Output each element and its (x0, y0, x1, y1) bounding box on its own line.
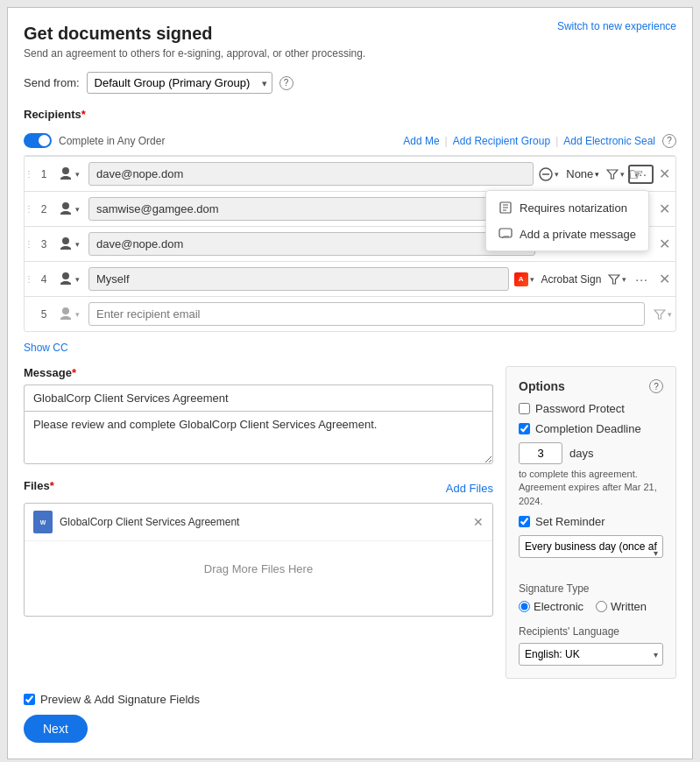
email-input-2[interactable] (88, 197, 535, 221)
role-select-btn-5[interactable]: ▾ (54, 305, 83, 324)
footer-row: Preview & Add Signature Fields (24, 693, 676, 706)
files-section-label: Files* (24, 479, 54, 492)
language-wrapper: English: UK English: US French German Sp… (519, 643, 663, 666)
electronic-radio-label[interactable]: Electronic (519, 600, 583, 613)
files-area: W GlobalCorp Client Services Agreement ✕… (24, 503, 493, 617)
role-select-btn-3[interactable]: ▾ (54, 235, 83, 254)
days-input[interactable] (519, 442, 562, 464)
add-files-link[interactable]: Add Files (446, 482, 493, 495)
send-from-select[interactable]: Default Group (Primary Group) (87, 72, 272, 94)
acrobat-icon-4: A (514, 272, 528, 286)
add-me-link[interactable]: Add Me (403, 135, 439, 147)
acrobat-sign-dropdown-4[interactable]: Acrobat Sign (538, 272, 605, 287)
close-btn-4[interactable]: ✕ (654, 269, 675, 289)
drag-more-files-area[interactable]: Drag More Files Here (25, 541, 492, 596)
electronic-radio[interactable] (519, 601, 530, 612)
written-radio-label[interactable]: Written (596, 600, 647, 613)
filter-btn-4[interactable]: ▾ (605, 272, 630, 287)
sign-role-icon-2 (58, 201, 74, 217)
recipients-left: Recipients* (24, 108, 86, 126)
email-input-4[interactable] (88, 267, 509, 291)
switch-link[interactable]: Switch to new experience (557, 20, 676, 32)
preview-checkbox-row: Preview & Add Signature Fields (24, 693, 200, 706)
row-number-3: 3 (33, 238, 54, 250)
message-icon (498, 227, 513, 241)
complete-order-control: Complete in Any Order (24, 133, 165, 148)
add-private-message-item[interactable]: Add a private message (486, 221, 648, 247)
drag-handle-1[interactable]: ⋮ (25, 169, 32, 179)
written-label: Written (611, 600, 647, 613)
set-reminder-row: Set Reminder (519, 515, 663, 528)
svg-marker-2 (607, 170, 618, 179)
email-input-5[interactable] (88, 302, 645, 326)
written-radio[interactable] (596, 601, 607, 612)
recipient-row-5: ⋮ 5 ▾ ▾ (25, 296, 675, 331)
files-section: Files* Add Files W GlobalCorp Client Ser… (24, 479, 493, 617)
drag-handle-2[interactable]: ⋮ (25, 204, 32, 214)
next-button[interactable]: Next (24, 715, 88, 743)
role-select-btn-2[interactable]: ▾ (54, 200, 83, 219)
drag-handle-4[interactable]: ⋮ (25, 274, 32, 284)
recipients-help-icon[interactable]: ? (662, 134, 676, 148)
no-sign-icon-1 (539, 167, 553, 181)
completion-deadline-label: Completion Deadline (535, 422, 641, 435)
complete-order-toggle[interactable] (24, 133, 52, 148)
filter-btn-5[interactable]: ▾ (650, 307, 675, 322)
sign-area-1: ▾ (539, 167, 559, 181)
row-number-1: 1 (33, 168, 54, 180)
row-number-4: 4 (33, 273, 54, 286)
preview-label: Preview & Add Signature Fields (40, 693, 200, 706)
message-body-input[interactable]: Please review and complete GlobalCorp Cl… (24, 411, 493, 464)
recipients-table: ⋮ 1 ▾ ▾ None ▾ ▾ (24, 155, 676, 332)
set-reminder-label: Set Reminder (535, 515, 605, 528)
days-row: days (519, 442, 663, 464)
filter-icon-1 (606, 168, 619, 180)
notarize-icon (498, 201, 513, 215)
completion-deadline-checkbox[interactable] (519, 423, 530, 434)
sign-role-icon-3 (58, 236, 74, 252)
role-select-btn-4[interactable]: ▾ (54, 270, 83, 289)
none-dropdown-1[interactable]: None ▾ (562, 166, 603, 182)
row-number-2: 2 (33, 203, 54, 215)
row-number-5: 5 (33, 308, 54, 321)
add-electronic-seal-link[interactable]: Add Electronic Seal (563, 135, 655, 147)
more-btn-4[interactable]: ··· (630, 271, 654, 288)
drag-handle-3[interactable]: ⋮ (25, 239, 32, 249)
language-select[interactable]: English: UK English: US French German Sp… (519, 643, 663, 666)
email-input-3[interactable] (88, 232, 535, 256)
days-label: days (569, 447, 593, 460)
file-remove-btn[interactable]: ✕ (473, 515, 484, 529)
set-reminder-checkbox[interactable] (519, 516, 530, 527)
recipients-label: Recipients* (24, 108, 86, 121)
close-btn-2[interactable]: ✕ (654, 199, 675, 219)
message-section-label: Message* (24, 366, 493, 379)
show-cc-link[interactable]: Show CC (24, 342, 68, 354)
role-select-btn-1[interactable]: ▾ (54, 165, 83, 184)
options-header: Options ? (519, 379, 663, 393)
electronic-label: Electronic (534, 600, 583, 613)
add-recipient-group-link[interactable]: Add Recipient Group (453, 135, 550, 147)
recipients-actions: Add Me | Add Recipient Group | Add Elect… (403, 134, 676, 148)
filter-icon-5 (654, 308, 666, 321)
options-help-icon[interactable]: ? (649, 379, 663, 393)
close-btn-3[interactable]: ✕ (654, 234, 675, 254)
drag-more-label: Drag More Files Here (204, 562, 313, 575)
email-input-1[interactable] (88, 162, 534, 186)
file-item-1: W GlobalCorp Client Services Agreement ✕ (25, 504, 492, 541)
preview-checkbox[interactable] (24, 694, 35, 705)
sign-role-icon-1 (58, 166, 74, 182)
files-header: Files* Add Files (24, 479, 493, 497)
more-btn-1[interactable]: ··· (628, 165, 654, 184)
file-type-icon: W (33, 511, 53, 533)
requires-notarization-item[interactable]: Requires notarization (486, 194, 648, 221)
reminder-select[interactable]: Every business day (once after Every day… (519, 535, 663, 558)
message-title-input[interactable] (24, 385, 493, 411)
recipients-language-label: Recipients' Language (519, 625, 663, 638)
message-section: Message* Please review and complete Glob… (24, 366, 493, 467)
send-from-help-icon[interactable]: ? (279, 76, 293, 90)
password-protect-checkbox[interactable] (519, 403, 530, 414)
page-subtitle: Send an agreement to others for e-signin… (24, 47, 676, 60)
send-from-row: Send from: Default Group (Primary Group)… (24, 72, 676, 94)
filter-btn-1[interactable]: ▾ (603, 166, 628, 182)
close-btn-1[interactable]: ✕ (654, 164, 675, 184)
